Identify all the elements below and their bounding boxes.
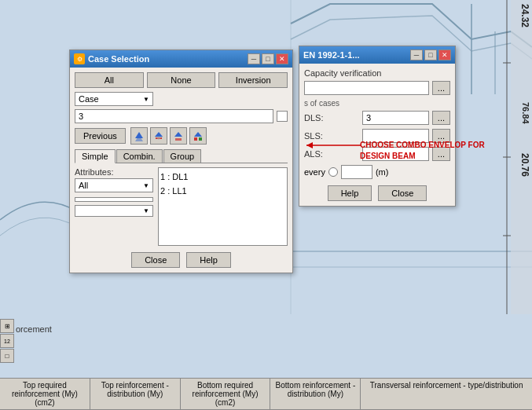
dls-dots-btn[interactable]: ... [432, 111, 450, 125]
col-header-2: Top reinforcement - distribution (My) [90, 379, 181, 409]
tab-row: Simple Combin. Group [75, 149, 288, 163]
inversion-button[interactable]: Inversion [218, 72, 288, 88]
dialog-icon: ⚙ [74, 53, 85, 64]
toolbar-btn-num[interactable]: 12 [0, 334, 14, 348]
attributes-dropdown[interactable]: All ▼ [75, 178, 153, 192]
en-minimize-button[interactable]: ─ [410, 49, 423, 60]
all-button[interactable]: All [75, 72, 144, 88]
scale-number-3: 76.84 [521, 102, 530, 124]
en-dialog-title: EN 1992-1-1... [303, 50, 360, 60]
svg-marker-16 [174, 132, 182, 137]
case-dialog-titlebar: ⚙ Case Selection ─ □ ✕ [70, 50, 292, 68]
dropdown-arrow-icon: ▼ [143, 96, 149, 103]
en-dots-btn-0[interactable]: ... [432, 81, 450, 95]
every-radio[interactable] [328, 167, 338, 177]
maximize-button[interactable]: □ [262, 53, 274, 64]
tab-group[interactable]: Group [163, 149, 202, 163]
en-bottom-btns: Help Close [304, 185, 450, 201]
sls-label: SLS: [304, 131, 359, 141]
number-input-row: 3 [75, 109, 288, 123]
none-button[interactable]: None [147, 72, 216, 88]
bottom-table: Top required reinforcement (My) (cm2) To… [0, 378, 532, 410]
dropdown-row: Case ▼ [75, 92, 288, 106]
toolbar-btn-grid[interactable]: ⊞ [0, 319, 14, 333]
col-header-4: Bottom reinforcement - distribution (My) [270, 379, 361, 409]
close-button[interactable]: Close [131, 252, 180, 268]
bottom-btn-row: Close Help [75, 252, 288, 268]
als-label: ALS: [304, 149, 359, 159]
en-dialog-titlebar: EN 1992-1-1... ─ □ ✕ [299, 46, 455, 64]
svg-marker-18 [194, 132, 202, 137]
capacity-label: Capacity verification [304, 68, 450, 78]
every-input[interactable] [341, 165, 372, 179]
every-row: every (m) [304, 165, 450, 179]
dls-input[interactable] [362, 111, 429, 125]
col-header-5: Transversal reinforcement - type/distrib… [361, 379, 532, 409]
svg-marker-13 [155, 132, 163, 137]
help-button[interactable]: Help [186, 252, 231, 268]
table-header-row: Top required reinforcement (My) (cm2) To… [0, 379, 532, 410]
icon-group [130, 127, 207, 145]
tab-combin[interactable]: Combin. [116, 149, 163, 163]
rorcement-label: orcement [16, 324, 52, 334]
left-toolbar: ⊞ 12 □ [0, 319, 14, 363]
attributes-section: Attributes: All ▼ ▼ 1 : DL1 2 : LL1 [75, 167, 288, 246]
scale-number-2: 20.76 [519, 153, 530, 216]
col-header-1: Top required reinforcement (My) (cm2) [0, 379, 90, 409]
en-input-row-0: ... [304, 81, 450, 95]
svg-rect-20 [199, 137, 202, 141]
attributes-left: Attributes: All ▼ ▼ [75, 167, 153, 246]
en-dialog: EN 1992-1-1... ─ □ ✕ Capacity verificati… [299, 46, 456, 207]
attr-dropdown-arrow-icon: ▼ [143, 182, 149, 189]
attr-input-drop-arrow-icon: ▼ [143, 207, 149, 214]
number-input[interactable]: 3 [75, 109, 273, 123]
attr-input-field[interactable] [75, 197, 153, 202]
scale-number-1: 24.32 [519, 4, 530, 67]
case-selection-dialog: ⚙ Case Selection ─ □ ✕ All None Inversio… [69, 49, 293, 273]
sort-up-icon-btn[interactable] [130, 127, 148, 145]
annotation-text: CHOOSE COMBO ENVELOP FOR DESIGN BEAM [360, 140, 497, 162]
minimize-button[interactable]: ─ [248, 53, 260, 64]
sort-icon-btn-3[interactable] [170, 127, 187, 145]
en-section-of-cases: s of cases [304, 99, 450, 108]
window-controls: ─ □ ✕ [248, 53, 288, 64]
en-input-0[interactable] [304, 81, 429, 95]
en-maximize-button[interactable]: □ [424, 49, 437, 60]
previous-button[interactable]: Previous [75, 128, 126, 144]
toolbar-btn-box[interactable]: □ [0, 349, 14, 363]
sort-icon-btn-2[interactable] [150, 127, 167, 145]
case-dialog-title: Case Selection [88, 54, 149, 64]
dls-label: DLS: [304, 113, 359, 123]
checkbox[interactable] [277, 111, 288, 122]
unit-label: (m) [376, 167, 389, 177]
list-item: 2 : LL1 [160, 184, 285, 198]
every-label: every [304, 167, 325, 177]
en-body: Capacity verification ... s of cases DLS… [299, 64, 455, 206]
svg-rect-17 [175, 138, 182, 141]
attributes-label: Attributes: [75, 167, 153, 177]
en-close-x-button[interactable]: ✕ [438, 49, 451, 60]
list-item: 1 : DL1 [160, 170, 285, 184]
svg-rect-19 [194, 137, 197, 141]
col-header-3: Bottom required reinforcement (My) (cm2) [181, 379, 271, 409]
case-dropdown[interactable]: Case ▼ [75, 92, 153, 106]
attr-input-dropdown[interactable]: ▼ [75, 205, 153, 217]
prev-icon-row: Previous [75, 127, 288, 145]
top-button-row: All None Inversion [75, 72, 288, 88]
close-x-button[interactable]: ✕ [276, 53, 288, 64]
cases-list[interactable]: 1 : DL1 2 : LL1 [158, 167, 288, 246]
en-close-button[interactable]: Close [378, 185, 427, 201]
en-help-button[interactable]: Help [328, 185, 372, 201]
en-window-controls: ─ □ ✕ [410, 49, 451, 60]
en-dls-row: DLS: ... [304, 111, 450, 125]
en-title-left: EN 1992-1-1... [303, 50, 360, 60]
tab-simple[interactable]: Simple [75, 149, 116, 163]
sort-icon-btn-4[interactable] [189, 127, 207, 145]
title-left: ⚙ Case Selection [74, 53, 149, 64]
